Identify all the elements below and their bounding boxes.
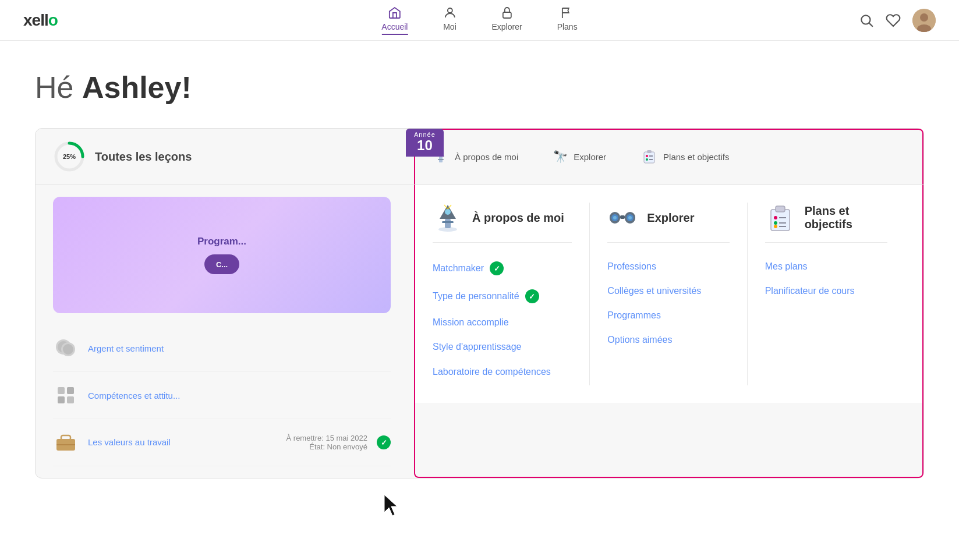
nav-accueil-label: Accueil [381, 22, 408, 31]
clipboard-dropdown-svg [765, 203, 795, 233]
style-apprentissage-label: Style d'apprentissage [433, 342, 521, 352]
main-nav: Accueil Moi Explorer Plans [381, 6, 577, 35]
flag-icon [560, 6, 574, 20]
lessons-title: Toutes les leçons [95, 150, 192, 164]
nav-plans[interactable]: Plans [557, 6, 578, 35]
valeurs-label: Les valeurs au travail [88, 437, 171, 447]
svg-rect-26 [58, 396, 65, 403]
binoculars-svg [608, 207, 636, 228]
nav-explorer[interactable]: Explorer [491, 6, 522, 35]
planificateur-label: Planificateur de cours [765, 286, 855, 296]
nav-moi[interactable]: Moi [443, 6, 457, 35]
matchmaker-label: Matchmaker [433, 263, 484, 274]
svg-rect-27 [67, 396, 74, 403]
puzzle-svg [53, 382, 79, 408]
lesson-item-valeurs: Les valeurs au travail À remettre: 15 ma… [53, 419, 391, 466]
link-mission-accomplie[interactable]: Mission accomplie [433, 310, 572, 335]
colleges-label: Collèges et universités [607, 286, 701, 296]
nav-accueil[interactable]: Accueil [381, 6, 408, 35]
svg-rect-1 [503, 12, 511, 18]
link-professions[interactable]: Professions [607, 254, 729, 279]
valeurs-meta: À remettre: 15 mai 2022 État: Non envoyé [286, 434, 367, 451]
argent-label: Argent et sentiment [88, 343, 164, 353]
valeurs-check [377, 435, 391, 449]
nav-plans-label: Plans [557, 22, 578, 31]
type-personnalite-check [525, 289, 539, 303]
valeurs-date: À remettre: 15 mai 2022 [286, 434, 367, 442]
greeting-name: Ashley! [82, 70, 192, 104]
greeting-prefix: Hé [35, 70, 82, 104]
link-colleges[interactable]: Collèges et universités [607, 279, 729, 303]
link-programmes[interactable]: Programmes [607, 303, 729, 328]
home-icon [388, 6, 402, 20]
clipboard-tab-icon [641, 148, 657, 165]
dropdown-col-apropos: À propos de moi Matchmaker Type de perso… [433, 203, 590, 385]
dropdown-col-explorer: Explorer Professions Collèges et univers… [590, 203, 747, 385]
lessons-body-right: À propos de moi Matchmaker Type de perso… [414, 185, 923, 478]
professions-label: Professions [607, 261, 656, 272]
program-label: Program... [197, 236, 246, 247]
binoculars-icon: 🔭 [553, 150, 568, 164]
coins-svg [53, 335, 79, 361]
competences-label: Compétences et attitu... [88, 391, 180, 400]
link-type-personnalite[interactable]: Type de personnalité [433, 282, 572, 310]
annee-badge: Année 10 [406, 129, 444, 157]
svg-rect-45 [771, 210, 790, 231]
heart-icon[interactable] [886, 13, 901, 28]
binoculars-dropdown-icon [607, 203, 638, 233]
tower-dropdown-icon [433, 203, 463, 233]
logo-dot: o [48, 11, 58, 29]
svg-rect-40 [620, 215, 625, 219]
laboratoire-label: Laboratoire de compétences [433, 366, 551, 378]
valeurs-right: À remettre: 15 mai 2022 État: Non envoyé [286, 434, 391, 451]
coins-icon [53, 335, 79, 361]
person-icon [443, 6, 457, 20]
svg-rect-29 [61, 435, 70, 440]
search-icon[interactable] [859, 13, 874, 28]
svg-marker-53 [384, 495, 397, 516]
col-header-explorer: Explorer [607, 203, 729, 243]
header-actions [859, 9, 936, 32]
link-style-apprentissage[interactable]: Style d'apprentissage [433, 335, 572, 359]
tab-a-propos-label: À propos de moi [455, 152, 518, 162]
avatar[interactable] [912, 9, 936, 32]
lesson-item-competences: Compétences et attitu... [53, 372, 391, 419]
tab-plans[interactable]: Plans et objectifs [624, 139, 746, 175]
program-button[interactable]: C... [204, 254, 239, 274]
gradient-card: Program... C... [53, 197, 391, 313]
main-content: Hé Ashley! 25% Toutes les leçons [0, 41, 959, 479]
lesson-item-argent: Argent et sentiment [53, 325, 391, 372]
svg-point-34 [445, 209, 451, 215]
col-header-apropos: À propos de moi [433, 203, 572, 243]
link-laboratoire[interactable]: Laboratoire de compétences [433, 359, 572, 385]
logo[interactable]: xello [23, 11, 58, 30]
svg-rect-15 [647, 150, 652, 153]
type-personnalite-label: Type de personnalité [433, 291, 519, 302]
link-mes-plans[interactable]: Mes plans [765, 254, 887, 279]
options-aimees-label: Options aimées [607, 335, 672, 345]
link-matchmaker[interactable]: Matchmaker [433, 254, 572, 282]
link-planificateur[interactable]: Planificateur de cours [765, 279, 887, 303]
nav-explorer-label: Explorer [491, 22, 522, 31]
progress-pct: 25% [63, 153, 76, 160]
lessons-body-left: Program... C... [36, 185, 408, 478]
nav-moi-label: Moi [443, 22, 457, 31]
svg-point-23 [63, 344, 73, 355]
col-title-plans: Plans et objectifs [805, 204, 887, 231]
svg-point-47 [774, 216, 777, 219]
avatar-image [912, 9, 936, 32]
svg-point-44 [628, 216, 632, 219]
link-options-aimees[interactable]: Options aimées [607, 328, 729, 352]
tab-plans-label: Plans et objectifs [663, 152, 729, 162]
svg-point-17 [646, 158, 648, 161]
tower-dropdown-svg [433, 203, 463, 233]
progress-circle: 25% [53, 140, 86, 173]
svg-rect-32 [445, 219, 451, 228]
col-header-plans: Plans et objectifs [765, 203, 887, 243]
svg-rect-25 [67, 387, 74, 394]
clipboard-dropdown-icon [765, 203, 795, 233]
svg-rect-46 [776, 206, 785, 212]
tab-explorer-label: Explorer [574, 152, 606, 162]
annee-year: 10 [414, 138, 436, 153]
tab-explorer[interactable]: 🔭 Explorer [536, 140, 624, 174]
